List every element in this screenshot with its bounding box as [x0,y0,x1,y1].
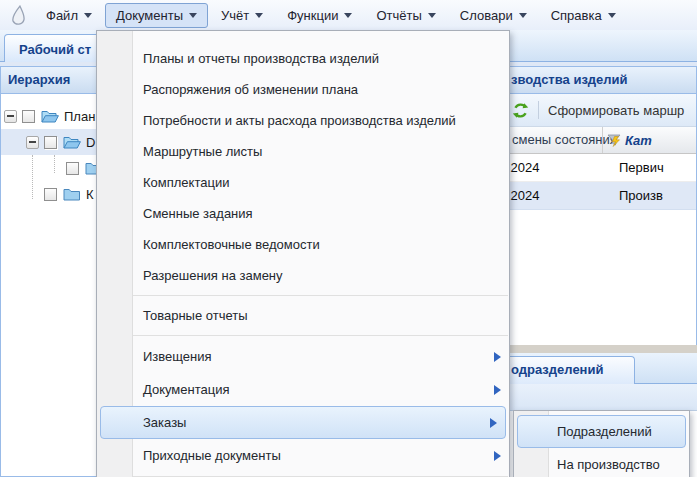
menu-item-label: Товарные отчеты [143,308,248,323]
column-divider[interactable] [602,127,603,153]
submenu-arrow-icon [494,451,501,461]
expander-spacer [48,162,61,175]
submenu-item-departments[interactable]: Подразделений [517,415,686,448]
menubar-item-reports[interactable]: Отчёты [365,3,446,28]
quill-drop-icon [7,3,29,27]
menubar-item-label: Словари [460,8,513,23]
menubar-item-accounting[interactable]: Учёт [210,3,274,28]
submenu-item-for-production[interactable]: На производство [514,448,689,477]
menu-item-route-sheets[interactable]: Маршрутные листы [97,136,509,167]
expander-spacer [26,188,39,201]
menu-item-picking-lists[interactable]: Комплектовочные ведомости [97,229,509,260]
menubar-item-label: Отчёты [376,8,421,23]
menu-item-orders[interactable]: Заказы [100,406,506,439]
collapse-icon[interactable] [4,110,17,123]
tree-checkbox[interactable] [44,136,57,149]
menubar-item-label: Функции [287,8,338,23]
menu-item-production-plans[interactable]: Планы и отчеты производства изделий [97,43,509,74]
menu-item-incoming-documents[interactable]: Приходные документы [97,439,509,472]
menu-item-plan-change-orders[interactable]: Распоряжения об изменении плана [97,74,509,105]
menu-item-label: Распоряжения об изменении плана [143,82,358,97]
menubar-item-dictionaries[interactable]: Словари [449,3,538,28]
chevron-down-icon [255,13,263,18]
menu-item-label: Документация [143,382,230,397]
chevron-down-icon [428,13,436,18]
submenu-arrow-icon [490,418,497,428]
refresh-icon[interactable] [512,102,529,119]
tree-node-label: D [86,135,95,150]
menu-item-shift-tasks[interactable]: Сменные задания [97,198,509,229]
tree-checkbox[interactable] [44,188,57,201]
menubar-item-label: Документы [116,8,183,23]
menu-item-kitting[interactable]: Комплектации [97,167,509,198]
menu-item-label: Разрешения на замену [143,268,283,283]
menubar-item-documents[interactable]: Документы [105,3,208,28]
form-route-sheets-button[interactable]: Сформировать маршр [548,103,684,118]
menu-item-label: Приходные документы [143,448,281,463]
cell-category: Первич [619,154,664,182]
main-menubar: Файл Документы Учёт Функции Отчёты Слова… [0,0,697,30]
submenu-arrow-icon [494,352,501,362]
cell-state-change-date: .2024 [507,182,540,210]
menu-separator [98,295,508,296]
application-window: Рабочий ст Иерархия План [0,0,697,477]
menubar-item-file[interactable]: Файл [35,3,103,28]
open-folder-icon [63,135,81,149]
menubar-item-label: Файл [46,8,78,23]
filter-lightning-icon [607,133,621,147]
menu-item-label: Маршрутные листы [143,144,262,159]
menu-item-label: Потребности и акты расхода производства … [143,113,456,128]
tree-node-label: План [64,109,95,124]
cell-category: Произв [619,182,663,210]
column-header-category[interactable]: Кат [607,127,652,153]
tree-node-label: К [86,187,94,202]
workspace-tab-label: Рабочий ст [19,42,91,57]
submenu-arrow-icon [494,385,501,395]
menu-item-label: Извещения [143,349,212,364]
menu-item-goods-reports[interactable]: Товарные отчеты [97,300,509,331]
chevron-down-icon [344,13,352,18]
menu-item-replacement-permits[interactable]: Разрешения на замену [97,260,509,291]
open-folder-icon [41,109,59,123]
orders-submenu: Подразделений На производство [513,410,690,477]
menu-separator [98,335,508,336]
menu-item-label: Сменные задания [143,206,253,221]
chevron-down-icon [519,13,527,18]
menu-item-needs-consumption-acts[interactable]: Потребности и акты расхода производства … [97,105,509,136]
closed-folder-icon [63,187,81,201]
tree-checkbox[interactable] [22,110,35,123]
toolbar-separator [538,101,539,119]
cell-state-change-date: .2024 [507,154,540,182]
production-panel-title: зводства изделий [511,72,628,87]
collapse-icon[interactable] [26,136,39,149]
menubar-item-functions[interactable]: Функции [276,3,363,28]
menu-item-label: Планы и отчеты производства изделий [143,51,379,66]
submenu-item-label: Подразделений [557,424,652,439]
submenu-item-label: На производство [557,457,660,472]
menubar-item-label: Учёт [221,8,249,23]
documents-dropdown-menu: Планы и отчеты производства изделий Расп… [96,30,510,477]
chevron-down-icon [608,13,616,18]
chevron-down-icon [189,13,197,18]
chevron-down-icon [84,13,92,18]
menubar-item-help[interactable]: Справка [540,3,627,28]
column-header-category-label: Кат [625,133,652,148]
menu-item-notifications[interactable]: Извещения [97,340,509,373]
menu-item-label: Комплектации [143,175,229,190]
orders-tab-label: одразделений [511,362,603,377]
menu-item-documentation[interactable]: Документация [97,373,509,406]
hierarchy-panel-title: Иерархия [8,72,70,87]
menubar-item-label: Справка [551,8,602,23]
menu-item-label: Комплектовочные ведомости [143,237,320,252]
tree-checkbox[interactable] [66,162,79,175]
menu-item-label: Заказы [143,415,186,430]
